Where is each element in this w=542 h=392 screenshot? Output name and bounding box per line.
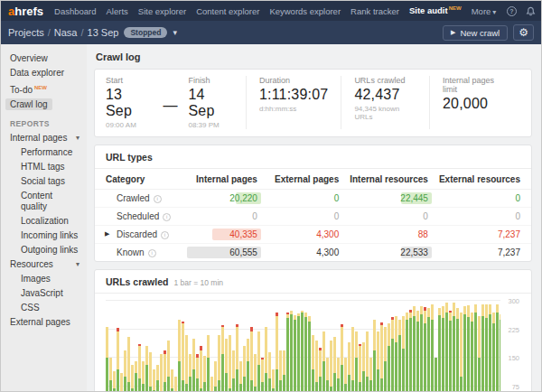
bar-segment: [106, 358, 108, 391]
help-icon[interactable]: ?: [506, 5, 517, 16]
value-number[interactable]: 22,445: [400, 193, 428, 203]
stacked-bar: [203, 356, 206, 391]
value-number[interactable]: 7,237: [498, 247, 520, 257]
bar-segment: [492, 313, 495, 324]
bar-segment: [261, 359, 264, 382]
info-icon[interactable]: i: [154, 195, 162, 203]
settings-button[interactable]: ⚙: [513, 24, 534, 41]
breadcrumb-nasa[interactable]: Nasa: [54, 27, 78, 38]
value-number[interactable]: 0: [423, 211, 428, 221]
bar-segment: [377, 331, 379, 369]
breadcrumb-projects[interactable]: Projects: [8, 27, 44, 38]
stacked-bar: [416, 311, 419, 391]
stacked-bar: [395, 316, 397, 391]
stat-internal-pages-limit: Internal pages limit20,000: [429, 76, 520, 129]
stacked-bar: [474, 304, 477, 391]
breadcrumb-13-sep[interactable]: 13 Sep: [88, 27, 119, 38]
sidebar-item-crawl-log[interactable]: Crawl log: [1, 98, 87, 112]
value-number[interactable]: 4,300: [316, 229, 339, 239]
value-number[interactable]: 0: [515, 193, 520, 203]
bell-icon[interactable]: [525, 5, 536, 16]
sidebar-item-localization[interactable]: Localization: [1, 214, 87, 229]
sidebar-item-incoming-links[interactable]: Incoming links: [1, 229, 87, 243]
stacked-bar: [463, 306, 466, 391]
sidebar-item-performance[interactable]: Performance: [1, 145, 87, 160]
nav-item-alerts[interactable]: Alerts: [107, 6, 128, 16]
bar-segment: [308, 322, 311, 391]
nav-item-keywords-explorer[interactable]: Keywords explorer: [269, 6, 341, 16]
bar-segment: [373, 320, 376, 350]
ahrefs-logo[interactable]: ahrefs: [8, 5, 43, 18]
bar-segment: [127, 382, 130, 391]
sidebar-item-to-do[interactable]: To-doNEW: [1, 80, 87, 98]
nav-item-site-explorer[interactable]: Site explorer: [138, 6, 186, 16]
bar-segment: [330, 387, 332, 392]
value-number[interactable]: 0: [515, 211, 520, 221]
new-crawl-button[interactable]: ▶New crawl: [443, 25, 508, 41]
nav-item-site-audit[interactable]: Site auditNEW: [409, 5, 462, 15]
sidebar-item-images[interactable]: Images: [1, 272, 87, 286]
stacked-bar: [196, 354, 199, 391]
stacked-bar: [438, 308, 441, 391]
category-cell-discarded[interactable]: ▶Discardedi: [95, 226, 188, 244]
stacked-bar: [351, 327, 354, 391]
stacked-bar: [492, 313, 495, 391]
bar-segment: [214, 361, 217, 386]
sidebar-item-external-pages[interactable]: External pages: [1, 315, 87, 330]
sidebar-item-content-quality[interactable]: Content quality: [1, 189, 87, 214]
bar-segment: [297, 316, 300, 391]
nav-item-dashboard[interactable]: Dashboard: [54, 6, 96, 16]
expand-caret-icon[interactable]: ▶: [105, 230, 109, 238]
nav-item-rank-tracker[interactable]: Rank tracker: [350, 6, 399, 16]
url-types-header: URL types: [95, 145, 531, 169]
stacked-bar: [171, 369, 173, 391]
bar-segment: [149, 387, 152, 392]
gear-icon: ⚙: [519, 26, 528, 39]
sidebar-item-internal-pages[interactable]: Internal pages▾: [1, 131, 87, 145]
category-cell-crawled[interactable]: Crawledi: [95, 190, 188, 208]
sidebar-item-javascript[interactable]: JavaScript: [1, 286, 87, 301]
value-number[interactable]: 7,237: [498, 229, 520, 239]
stat-label: Internal pages limit: [443, 76, 508, 94]
sidebar-item-html-tags[interactable]: HTML tags: [1, 160, 87, 174]
bar-segment: [135, 373, 137, 391]
stacked-bar: [398, 320, 401, 391]
value-number[interactable]: 40,335: [229, 229, 257, 239]
new-crawl-label: New crawl: [460, 28, 500, 38]
status-badge[interactable]: Stopped: [124, 27, 167, 38]
sidebar-item-css[interactable]: CSS: [1, 301, 87, 315]
bar-segment: [304, 317, 307, 391]
stacked-bar: [178, 320, 181, 391]
info-icon[interactable]: i: [148, 249, 156, 257]
value-number[interactable]: 0: [252, 211, 257, 221]
stat-finish: Finish14 Sep08:39 PM: [188, 76, 245, 129]
bar-segment: [106, 327, 108, 358]
value-number[interactable]: 20,220: [229, 193, 257, 203]
stacked-bar: [442, 306, 444, 391]
sidebar-item-overview[interactable]: Overview: [1, 51, 87, 66]
info-icon[interactable]: i: [163, 213, 171, 221]
sidebar-item-resources[interactable]: Resources▾: [1, 257, 87, 272]
category-cell-scheduled[interactable]: Scheduledi: [95, 208, 188, 226]
value-number[interactable]: 0: [334, 211, 340, 221]
crawl-dropdown-caret-icon[interactable]: ▾: [173, 28, 177, 37]
stacked-bar: [250, 327, 253, 391]
sidebar-item-outgoing-links[interactable]: Outgoing links: [1, 243, 87, 257]
value-number[interactable]: 88: [418, 229, 428, 239]
bar-segment: [232, 350, 235, 379]
value-number[interactable]: 60,555: [229, 247, 257, 257]
value-number[interactable]: 4,300: [316, 247, 339, 257]
bar-segment: [398, 320, 401, 335]
nav-item-more[interactable]: More▾: [472, 6, 497, 16]
value-number[interactable]: 0: [334, 193, 340, 203]
category-cell-known[interactable]: Knowni: [95, 244, 188, 262]
info-icon[interactable]: i: [161, 231, 169, 239]
sidebar-section-label: REPORTS: [1, 112, 87, 131]
sidebar-item-data-explorer[interactable]: Data explorer: [1, 66, 87, 80]
nav-item-content-explorer[interactable]: Content explorer: [196, 6, 259, 16]
stacked-bar: [402, 316, 405, 391]
bar-segment: [261, 382, 264, 391]
value-number[interactable]: 22,533: [400, 247, 428, 257]
sidebar-item-social-tags[interactable]: Social tags: [1, 174, 87, 189]
stacked-bar: [453, 303, 455, 391]
